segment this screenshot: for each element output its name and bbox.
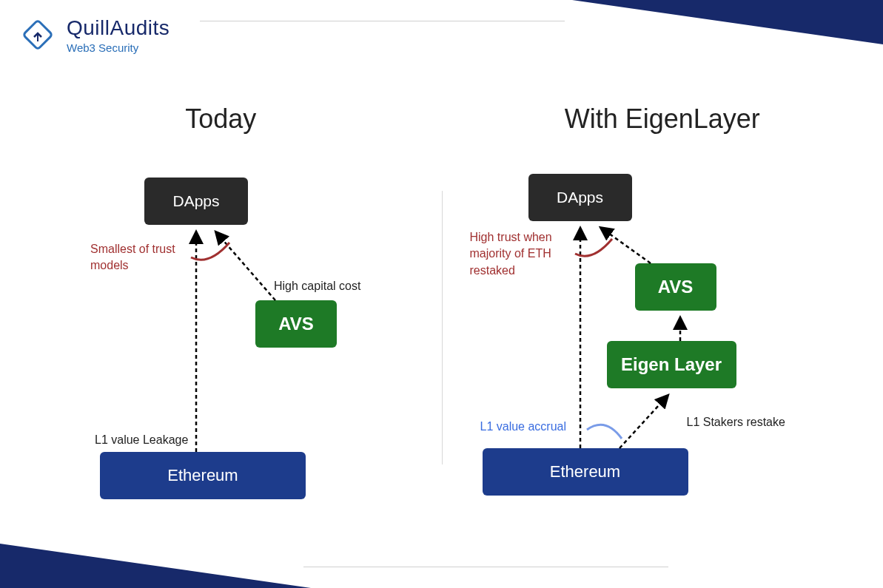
decorative-line-bottom (303, 567, 668, 567)
panel-eigenlayer: With EigenLayer DApps AVS Eigen Layer Et… (442, 104, 884, 518)
panel-today: Today DApps AVS Ethereum Smallest of tru… (0, 104, 442, 518)
brand-name: QuillAudits (67, 16, 169, 40)
box-eigenlayer: Eigen Layer (607, 341, 736, 388)
annotation-trust: High trust when majority of ETH restaked (470, 229, 566, 279)
decorative-line-top (200, 21, 565, 21)
annotation-cost: High capital cost (274, 278, 360, 294)
annotation-accrual: L1 value accrual (480, 419, 567, 435)
brand-logo: QuillAudits Web3 Security (18, 15, 169, 55)
box-ethereum: Ethereum (100, 452, 306, 499)
box-dapps: DApps (144, 178, 248, 225)
box-avs: AVS (635, 263, 716, 311)
annotation-restake: L1 Stakers restake (687, 414, 785, 430)
box-dapps: DApps (528, 174, 632, 221)
brand-tagline: Web3 Security (67, 41, 169, 54)
feather-icon (18, 15, 58, 55)
vertical-divider (442, 191, 443, 464)
box-avs: AVS (255, 300, 337, 348)
decorative-corner-bottom (0, 544, 311, 588)
svg-line-3 (216, 232, 275, 300)
svg-line-7 (601, 228, 651, 263)
svg-line-5 (620, 396, 668, 448)
panel-title-today: Today (0, 104, 442, 135)
panel-title-eigen: With EigenLayer (442, 104, 884, 135)
annotation-trust: Smallest of trust models (90, 241, 187, 274)
box-ethereum: Ethereum (483, 448, 688, 496)
annotation-leakage: L1 value Leakage (95, 432, 188, 448)
decorative-corner-top (572, 0, 883, 44)
